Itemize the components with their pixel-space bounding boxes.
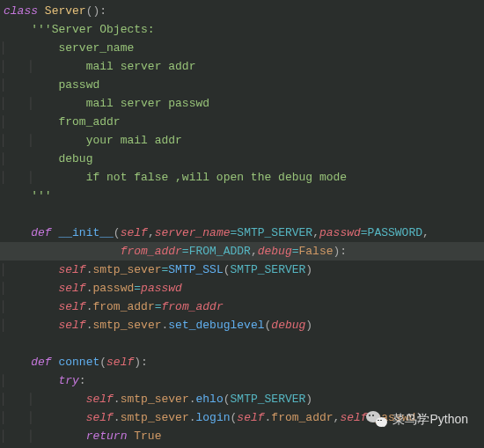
- code-line: '''Server Objects:: [0, 20, 484, 39]
- code-line: │ │ mail server passwd: [0, 94, 484, 113]
- code-line: │ │ self.smtp_sever.ehlo(SMTP_SERVER): [0, 390, 484, 408]
- docstring-open: ''': [31, 23, 51, 36]
- code-line: │ debug: [0, 150, 484, 168]
- blank-line: [0, 205, 484, 224]
- code-line: │ from_addr: [0, 113, 484, 131]
- watermark: 菜鸟学Python: [366, 410, 468, 429]
- code-line: def connet(self):: [0, 353, 484, 371]
- method-init: __init__: [58, 226, 113, 239]
- code-line: │ self.smtp_sever.set_debuglevel(debug): [0, 316, 484, 334]
- code-line: def __init__(self,server_name=SMTP_SERVE…: [0, 224, 484, 242]
- code-line: │ │ return True: [0, 427, 484, 445]
- watermark-text: 菜鸟学Python: [392, 410, 468, 429]
- wechat-icon: [366, 411, 387, 429]
- code-line: │ │ your mail addr: [0, 131, 484, 150]
- code-line: ''': [0, 187, 484, 205]
- blank-line: [0, 334, 484, 353]
- code-line: │ server_name: [0, 39, 484, 57]
- keyword-class: class: [4, 4, 38, 18]
- code-line: │ self.passwd=passwd: [0, 279, 484, 297]
- class-name: Server: [45, 4, 86, 18]
- code-line: class Server():: [0, 2, 484, 20]
- docstring-close: ''': [31, 189, 51, 202]
- code-line: │ try:: [0, 371, 484, 390]
- method-connet: connet: [58, 356, 99, 369]
- code-line: │ passwd: [0, 76, 484, 94]
- code-line: │ self.smtp_sever=SMTP_SSL(SMTP_SERVER): [0, 261, 484, 279]
- code-line: │ self.from_addr=from_addr: [0, 297, 484, 316]
- code-editor[interactable]: class Server(): '''Server Objects: │ ser…: [0, 0, 484, 448]
- code-line: │ │ if not false ,will open the debug mo…: [0, 168, 484, 187]
- cursor-line: from_addr=FROM_ADDR,debug=False):: [0, 242, 484, 261]
- code-line: │ │ mail server addr: [0, 57, 484, 76]
